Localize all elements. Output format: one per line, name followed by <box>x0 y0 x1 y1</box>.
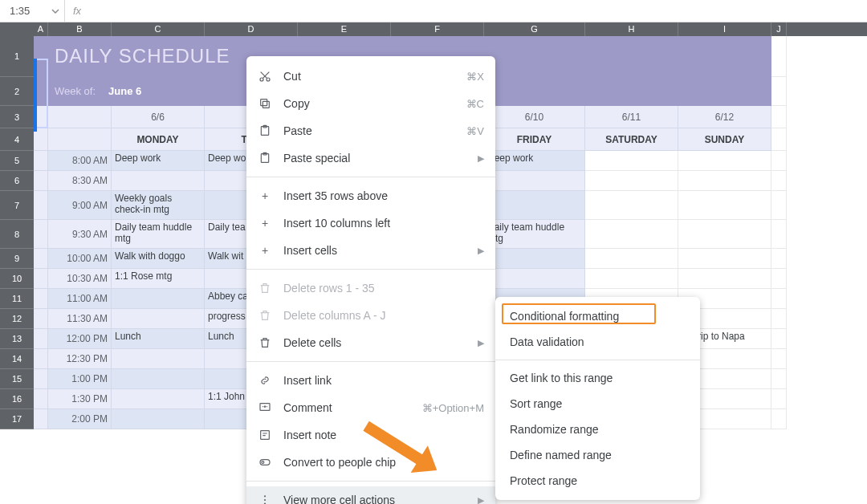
cell[interactable] <box>34 220 48 249</box>
cell[interactable] <box>48 106 112 128</box>
col-header-J[interactable]: J <box>771 22 787 36</box>
cell[interactable] <box>112 349 205 369</box>
cell[interactable] <box>678 151 771 171</box>
row-header[interactable]: 1 <box>0 36 34 77</box>
time-cell[interactable]: 8:00 AM <box>48 151 112 171</box>
cell[interactable] <box>678 269 771 289</box>
cell[interactable] <box>34 409 48 429</box>
cell[interactable] <box>585 191 678 220</box>
cell[interactable] <box>678 171 771 191</box>
cell[interactable]: Deep work <box>484 151 585 171</box>
row-header[interactable]: 2 <box>0 77 34 106</box>
cell[interactable] <box>34 249 48 269</box>
submenu-protect-range[interactable]: Protect range <box>495 468 700 494</box>
cell[interactable] <box>34 369 48 389</box>
col-header-H[interactable]: H <box>585 22 678 36</box>
menu-paste-special[interactable]: Paste special ▶ <box>246 144 495 172</box>
cell[interactable] <box>771 36 787 77</box>
day-mon[interactable]: MONDAY <box>112 128 205 151</box>
cell[interactable] <box>771 106 787 128</box>
cell[interactable] <box>771 409 787 429</box>
menu-delete-rows[interactable]: Delete rows 1 - 35 <box>246 274 495 302</box>
day-fri[interactable]: FRIDAY <box>484 128 585 151</box>
menu-cut[interactable]: Cut ⌘X <box>246 63 495 90</box>
cell[interactable] <box>771 220 787 249</box>
submenu-conditional-formatting[interactable]: Conditional formatting <box>495 303 700 329</box>
row-header[interactable]: 16 <box>0 389 34 409</box>
cell[interactable]: Weekly goals check-in mtg <box>112 191 205 220</box>
menu-insert-link[interactable]: Insert link <box>246 367 495 394</box>
menu-people-chip[interactable]: Convert to people chip <box>246 449 495 476</box>
time-cell[interactable]: 11:30 AM <box>48 309 112 329</box>
row-header[interactable]: 12 <box>0 309 34 329</box>
cell[interactable] <box>34 289 48 309</box>
col-header-A[interactable]: A <box>34 22 48 36</box>
cell[interactable] <box>678 220 771 249</box>
cell[interactable] <box>585 269 678 289</box>
row-header[interactable]: 7 <box>0 191 34 220</box>
row-header[interactable]: 15 <box>0 369 34 389</box>
row-header[interactable]: 9 <box>0 249 34 269</box>
cell[interactable] <box>112 289 205 309</box>
row-header[interactable]: 13 <box>0 329 34 349</box>
cell[interactable] <box>771 249 787 269</box>
date-fri[interactable]: 6/10 <box>484 106 585 128</box>
submenu-data-validation[interactable]: Data validation <box>495 329 700 355</box>
cell[interactable]: 1:1 Rose mtg <box>112 269 205 289</box>
cell[interactable] <box>484 269 585 289</box>
select-all-corner[interactable] <box>0 22 34 36</box>
time-cell[interactable]: 11:00 AM <box>48 289 112 309</box>
cell[interactable] <box>771 77 787 106</box>
col-header-I[interactable]: I <box>678 22 771 36</box>
menu-paste[interactable]: Paste ⌘V <box>246 117 495 144</box>
col-header-B[interactable]: B <box>48 22 112 36</box>
row-header[interactable]: 4 <box>0 128 34 151</box>
cell[interactable] <box>34 77 48 106</box>
cell[interactable] <box>771 191 787 220</box>
submenu-sort-range[interactable]: Sort range <box>495 391 700 417</box>
cell[interactable] <box>34 171 48 191</box>
formula-input[interactable] <box>88 5 409 17</box>
time-cell[interactable]: 12:30 PM <box>48 349 112 369</box>
cell[interactable] <box>771 309 787 329</box>
cell[interactable] <box>771 369 787 389</box>
cell[interactable] <box>484 171 585 191</box>
date-mon[interactable]: 6/6 <box>112 106 205 128</box>
cell[interactable] <box>112 369 205 389</box>
cell[interactable] <box>34 106 48 128</box>
cell[interactable] <box>112 389 205 409</box>
menu-view-more[interactable]: View more cell actions ▶ <box>246 486 495 504</box>
menu-insert-cols[interactable]: + Insert 10 columns left <box>246 209 495 237</box>
time-cell[interactable]: 10:00 AM <box>48 249 112 269</box>
menu-insert-note[interactable]: Insert note <box>246 421 495 449</box>
col-header-F[interactable]: F <box>391 22 484 36</box>
submenu-get-link[interactable]: Get link to this range <box>495 365 700 391</box>
cell[interactable] <box>34 389 48 409</box>
cell[interactable] <box>585 249 678 269</box>
row-header[interactable]: 6 <box>0 171 34 191</box>
menu-comment[interactable]: Comment ⌘+Option+M <box>246 394 495 421</box>
cell[interactable]: Deep work <box>112 151 205 171</box>
row-header[interactable]: 11 <box>0 289 34 309</box>
cell[interactable] <box>585 220 678 249</box>
cell[interactable] <box>112 409 205 429</box>
time-cell[interactable]: 2:00 PM <box>48 409 112 429</box>
cell[interactable] <box>585 151 678 171</box>
row-header[interactable]: 3 <box>0 106 34 128</box>
cell[interactable] <box>771 389 787 409</box>
cell[interactable] <box>48 128 112 151</box>
date-sat[interactable]: 6/11 <box>585 106 678 128</box>
cell[interactable]: Lunch <box>112 329 205 349</box>
cell[interactable] <box>34 128 48 151</box>
cell[interactable]: Walk with doggo <box>112 249 205 269</box>
cell[interactable] <box>678 191 771 220</box>
cell[interactable] <box>34 191 48 220</box>
cell[interactable] <box>34 36 48 77</box>
cell[interactable] <box>112 309 205 329</box>
day-sun[interactable]: SUNDAY <box>678 128 771 151</box>
time-cell[interactable]: 10:30 AM <box>48 269 112 289</box>
time-cell[interactable]: 8:30 AM <box>48 171 112 191</box>
cell[interactable] <box>34 269 48 289</box>
name-box[interactable]: 1:35 <box>0 5 64 17</box>
submenu-define-named-range[interactable]: Define named range <box>495 442 700 468</box>
